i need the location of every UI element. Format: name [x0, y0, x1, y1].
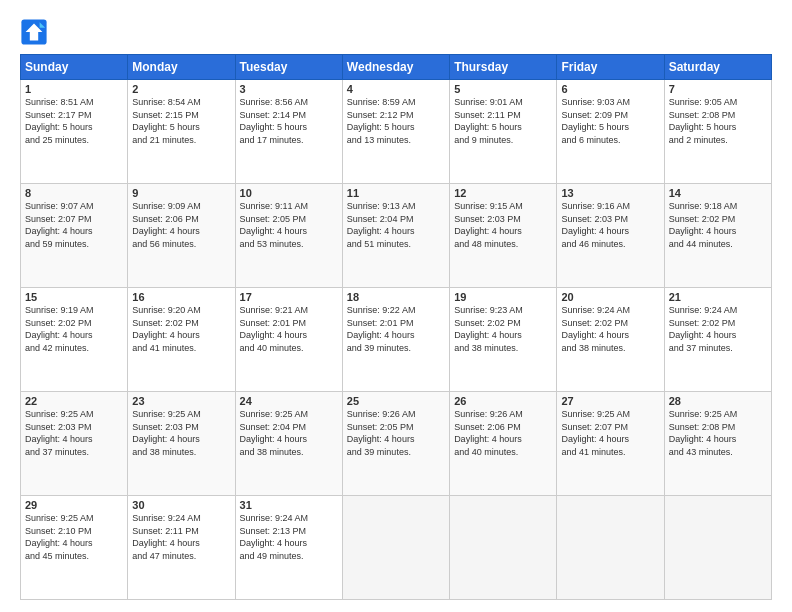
day-number: 16	[132, 291, 230, 303]
day-cell-31: 31Sunrise: 9:24 AM Sunset: 2:13 PM Dayli…	[235, 496, 342, 600]
day-number: 4	[347, 83, 445, 95]
logo-icon	[20, 18, 48, 46]
col-header-thursday: Thursday	[450, 55, 557, 80]
day-cell-9: 9Sunrise: 9:09 AM Sunset: 2:06 PM Daylig…	[128, 184, 235, 288]
day-cell-23: 23Sunrise: 9:25 AM Sunset: 2:03 PM Dayli…	[128, 392, 235, 496]
day-number: 23	[132, 395, 230, 407]
header-row: SundayMondayTuesdayWednesdayThursdayFrid…	[21, 55, 772, 80]
day-info: Sunrise: 9:24 AM Sunset: 2:13 PM Dayligh…	[240, 512, 338, 562]
day-info: Sunrise: 9:19 AM Sunset: 2:02 PM Dayligh…	[25, 304, 123, 354]
day-cell-25: 25Sunrise: 9:26 AM Sunset: 2:05 PM Dayli…	[342, 392, 449, 496]
col-header-sunday: Sunday	[21, 55, 128, 80]
day-number: 20	[561, 291, 659, 303]
day-number: 7	[669, 83, 767, 95]
day-cell-29: 29Sunrise: 9:25 AM Sunset: 2:10 PM Dayli…	[21, 496, 128, 600]
day-cell-12: 12Sunrise: 9:15 AM Sunset: 2:03 PM Dayli…	[450, 184, 557, 288]
day-cell-18: 18Sunrise: 9:22 AM Sunset: 2:01 PM Dayli…	[342, 288, 449, 392]
day-cell-11: 11Sunrise: 9:13 AM Sunset: 2:04 PM Dayli…	[342, 184, 449, 288]
week-row-5: 29Sunrise: 9:25 AM Sunset: 2:10 PM Dayli…	[21, 496, 772, 600]
day-number: 17	[240, 291, 338, 303]
week-row-4: 22Sunrise: 9:25 AM Sunset: 2:03 PM Dayli…	[21, 392, 772, 496]
page: SundayMondayTuesdayWednesdayThursdayFrid…	[0, 0, 792, 612]
day-cell-15: 15Sunrise: 9:19 AM Sunset: 2:02 PM Dayli…	[21, 288, 128, 392]
day-cell-2: 2Sunrise: 8:54 AM Sunset: 2:15 PM Daylig…	[128, 80, 235, 184]
day-number: 28	[669, 395, 767, 407]
day-cell-1: 1Sunrise: 8:51 AM Sunset: 2:17 PM Daylig…	[21, 80, 128, 184]
day-cell-27: 27Sunrise: 9:25 AM Sunset: 2:07 PM Dayli…	[557, 392, 664, 496]
day-info: Sunrise: 9:20 AM Sunset: 2:02 PM Dayligh…	[132, 304, 230, 354]
day-info: Sunrise: 9:22 AM Sunset: 2:01 PM Dayligh…	[347, 304, 445, 354]
day-number: 13	[561, 187, 659, 199]
day-info: Sunrise: 9:09 AM Sunset: 2:06 PM Dayligh…	[132, 200, 230, 250]
day-info: Sunrise: 9:26 AM Sunset: 2:06 PM Dayligh…	[454, 408, 552, 458]
day-number: 26	[454, 395, 552, 407]
day-cell-3: 3Sunrise: 8:56 AM Sunset: 2:14 PM Daylig…	[235, 80, 342, 184]
day-cell-20: 20Sunrise: 9:24 AM Sunset: 2:02 PM Dayli…	[557, 288, 664, 392]
day-cell-19: 19Sunrise: 9:23 AM Sunset: 2:02 PM Dayli…	[450, 288, 557, 392]
empty-cell	[342, 496, 449, 600]
day-number: 3	[240, 83, 338, 95]
col-header-tuesday: Tuesday	[235, 55, 342, 80]
col-header-wednesday: Wednesday	[342, 55, 449, 80]
day-info: Sunrise: 9:25 AM Sunset: 2:07 PM Dayligh…	[561, 408, 659, 458]
logo-area	[20, 18, 52, 46]
week-row-1: 1Sunrise: 8:51 AM Sunset: 2:17 PM Daylig…	[21, 80, 772, 184]
day-number: 14	[669, 187, 767, 199]
day-info: Sunrise: 9:03 AM Sunset: 2:09 PM Dayligh…	[561, 96, 659, 146]
day-info: Sunrise: 9:07 AM Sunset: 2:07 PM Dayligh…	[25, 200, 123, 250]
day-number: 21	[669, 291, 767, 303]
day-info: Sunrise: 9:24 AM Sunset: 2:11 PM Dayligh…	[132, 512, 230, 562]
day-number: 25	[347, 395, 445, 407]
day-cell-6: 6Sunrise: 9:03 AM Sunset: 2:09 PM Daylig…	[557, 80, 664, 184]
day-info: Sunrise: 9:25 AM Sunset: 2:03 PM Dayligh…	[25, 408, 123, 458]
day-cell-21: 21Sunrise: 9:24 AM Sunset: 2:02 PM Dayli…	[664, 288, 771, 392]
week-row-2: 8Sunrise: 9:07 AM Sunset: 2:07 PM Daylig…	[21, 184, 772, 288]
day-number: 27	[561, 395, 659, 407]
day-cell-7: 7Sunrise: 9:05 AM Sunset: 2:08 PM Daylig…	[664, 80, 771, 184]
day-info: Sunrise: 9:16 AM Sunset: 2:03 PM Dayligh…	[561, 200, 659, 250]
day-info: Sunrise: 8:51 AM Sunset: 2:17 PM Dayligh…	[25, 96, 123, 146]
col-header-monday: Monday	[128, 55, 235, 80]
day-info: Sunrise: 9:01 AM Sunset: 2:11 PM Dayligh…	[454, 96, 552, 146]
day-cell-10: 10Sunrise: 9:11 AM Sunset: 2:05 PM Dayli…	[235, 184, 342, 288]
day-info: Sunrise: 9:21 AM Sunset: 2:01 PM Dayligh…	[240, 304, 338, 354]
day-number: 19	[454, 291, 552, 303]
empty-cell	[557, 496, 664, 600]
header	[20, 18, 772, 46]
day-number: 29	[25, 499, 123, 511]
day-info: Sunrise: 9:18 AM Sunset: 2:02 PM Dayligh…	[669, 200, 767, 250]
day-number: 12	[454, 187, 552, 199]
day-cell-8: 8Sunrise: 9:07 AM Sunset: 2:07 PM Daylig…	[21, 184, 128, 288]
day-info: Sunrise: 9:23 AM Sunset: 2:02 PM Dayligh…	[454, 304, 552, 354]
day-info: Sunrise: 9:11 AM Sunset: 2:05 PM Dayligh…	[240, 200, 338, 250]
day-number: 5	[454, 83, 552, 95]
day-number: 30	[132, 499, 230, 511]
day-cell-24: 24Sunrise: 9:25 AM Sunset: 2:04 PM Dayli…	[235, 392, 342, 496]
day-info: Sunrise: 9:26 AM Sunset: 2:05 PM Dayligh…	[347, 408, 445, 458]
day-cell-5: 5Sunrise: 9:01 AM Sunset: 2:11 PM Daylig…	[450, 80, 557, 184]
day-cell-22: 22Sunrise: 9:25 AM Sunset: 2:03 PM Dayli…	[21, 392, 128, 496]
day-cell-30: 30Sunrise: 9:24 AM Sunset: 2:11 PM Dayli…	[128, 496, 235, 600]
calendar-table: SundayMondayTuesdayWednesdayThursdayFrid…	[20, 54, 772, 600]
day-cell-16: 16Sunrise: 9:20 AM Sunset: 2:02 PM Dayli…	[128, 288, 235, 392]
col-header-friday: Friday	[557, 55, 664, 80]
day-number: 2	[132, 83, 230, 95]
day-info: Sunrise: 9:13 AM Sunset: 2:04 PM Dayligh…	[347, 200, 445, 250]
empty-cell	[664, 496, 771, 600]
week-row-3: 15Sunrise: 9:19 AM Sunset: 2:02 PM Dayli…	[21, 288, 772, 392]
day-number: 31	[240, 499, 338, 511]
day-info: Sunrise: 9:25 AM Sunset: 2:10 PM Dayligh…	[25, 512, 123, 562]
day-number: 11	[347, 187, 445, 199]
day-info: Sunrise: 9:24 AM Sunset: 2:02 PM Dayligh…	[669, 304, 767, 354]
day-info: Sunrise: 9:25 AM Sunset: 2:04 PM Dayligh…	[240, 408, 338, 458]
day-info: Sunrise: 9:24 AM Sunset: 2:02 PM Dayligh…	[561, 304, 659, 354]
day-info: Sunrise: 9:05 AM Sunset: 2:08 PM Dayligh…	[669, 96, 767, 146]
day-info: Sunrise: 8:54 AM Sunset: 2:15 PM Dayligh…	[132, 96, 230, 146]
day-number: 1	[25, 83, 123, 95]
day-number: 9	[132, 187, 230, 199]
day-cell-28: 28Sunrise: 9:25 AM Sunset: 2:08 PM Dayli…	[664, 392, 771, 496]
day-cell-13: 13Sunrise: 9:16 AM Sunset: 2:03 PM Dayli…	[557, 184, 664, 288]
day-info: Sunrise: 9:25 AM Sunset: 2:08 PM Dayligh…	[669, 408, 767, 458]
day-cell-17: 17Sunrise: 9:21 AM Sunset: 2:01 PM Dayli…	[235, 288, 342, 392]
col-header-saturday: Saturday	[664, 55, 771, 80]
